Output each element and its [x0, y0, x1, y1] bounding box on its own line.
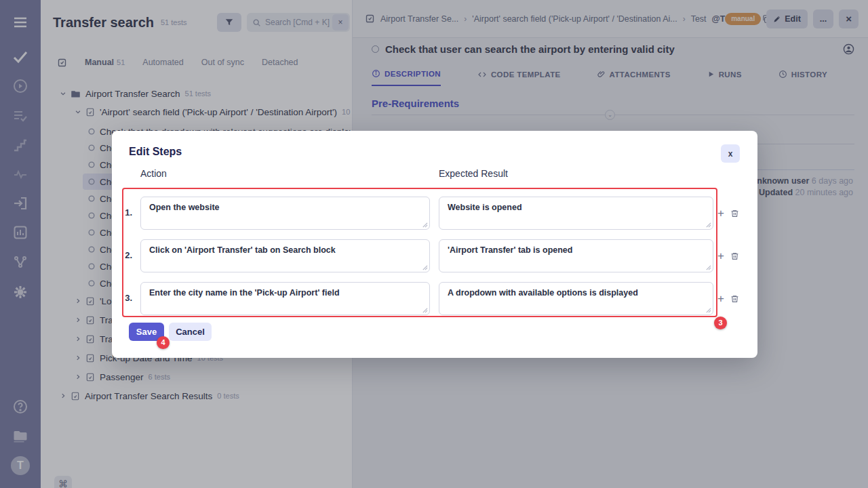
step-expected-field: Website is opened: [439, 197, 713, 230]
delete-step-button[interactable]: [730, 251, 739, 261]
step-action-input[interactable]: Enter the city name in the 'Pick-up Airp…: [140, 282, 430, 315]
step-expected-field: 'Airport Transfer' tab is opened: [439, 239, 713, 272]
delete-step-button[interactable]: [730, 209, 739, 218]
column-header-action: Action: [140, 168, 167, 179]
modal-title: Edit Steps: [129, 146, 182, 158]
annotation-badge-4: 4: [157, 336, 170, 349]
add-step-button[interactable]: +: [717, 207, 724, 219]
step-action-field: Enter the city name in the 'Pick-up Airp…: [140, 282, 430, 315]
step-expected-input[interactable]: 'Airport Transfer' tab is opened: [439, 239, 713, 272]
step-number: 3.: [120, 293, 132, 303]
add-step-button[interactable]: +: [717, 293, 724, 304]
step-action-field: Click on 'Airport Transfer' tab on Searc…: [140, 239, 430, 272]
delete-step-button[interactable]: [730, 294, 739, 304]
step-expected-input[interactable]: A dropdown with available options is dis…: [439, 282, 713, 315]
column-header-expected: Expected Result: [439, 168, 508, 179]
step-expected-field: A dropdown with available options is dis…: [439, 282, 713, 315]
step-action-input[interactable]: Click on 'Airport Transfer' tab on Searc…: [140, 239, 430, 272]
step-expected-input[interactable]: Website is opened: [439, 197, 713, 230]
add-step-button[interactable]: +: [717, 250, 724, 262]
modal-close-button[interactable]: x: [721, 144, 740, 163]
edit-steps-modal: Edit Steps x Action Expected Result 1. O…: [112, 131, 757, 358]
step-number: 2.: [120, 250, 132, 260]
step-action-field: Open the website: [140, 197, 430, 230]
step-action-input[interactable]: Open the website: [140, 197, 430, 230]
cancel-button[interactable]: Cancel: [169, 323, 212, 341]
step-number: 1.: [120, 207, 132, 218]
annotation-badge-3: 3: [714, 317, 727, 329]
